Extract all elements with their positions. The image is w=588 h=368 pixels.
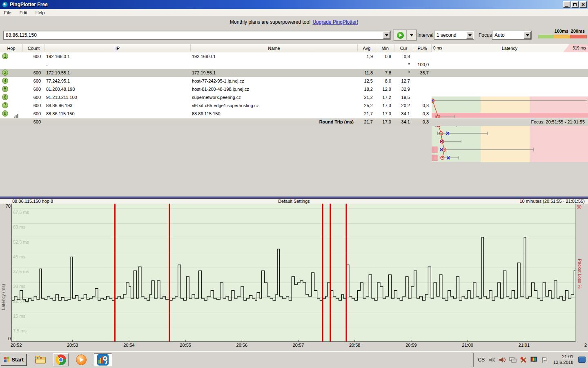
trace-row-hop-1[interactable]: 1600192.168.0.1192.168.0.11,90,80,8	[0, 52, 588, 61]
taskbar-windows-explorer[interactable]	[33, 353, 48, 366]
timeline-settings: Default Settings	[0, 199, 588, 204]
col-pl[interactable]: PL%	[413, 44, 432, 52]
trace-row-hop-missing-2[interactable]: -*100,0	[0, 61, 588, 69]
start-trace-button[interactable]	[394, 30, 407, 40]
min-cell: 17,0	[376, 110, 394, 118]
flag-icon[interactable]	[541, 357, 548, 363]
hop-badge: 3	[2, 70, 8, 76]
svg-text:67,5 ms: 67,5 ms	[13, 210, 29, 215]
cur-cell: *	[394, 69, 413, 77]
col-name[interactable]: Name	[191, 44, 358, 52]
hop-badge: 4	[2, 78, 8, 84]
tray-date: 13.6.2018	[553, 360, 573, 366]
network-icon[interactable]	[509, 357, 517, 363]
show-desktop-icon[interactable]	[578, 357, 586, 363]
latency-time-series[interactable]: 7,5 ms15 ms22,5 ms30 ms37,5 ms45 ms52,5 …	[11, 204, 576, 342]
start-button[interactable]: Start	[1, 354, 27, 366]
legend-zone-0	[538, 35, 554, 38]
timeline-header: 88.86.115.150 hop 8 Default Settings 10 …	[0, 199, 588, 204]
system-tray: CS	[473, 353, 588, 367]
target-address-combo[interactable]: 88.86.115.150	[3, 31, 391, 40]
ip-cell: -	[45, 61, 191, 69]
svg-text:45 ms: 45 ms	[13, 254, 25, 259]
windows-logo-icon	[4, 357, 10, 362]
count-cell: 600	[23, 52, 45, 61]
hop-badge: 6	[2, 94, 8, 100]
trace-row-hop-4[interactable]: 460077.242.95.1host-77-242-95-1.ip.nej.c…	[0, 77, 588, 85]
col-hop[interactable]: Hop	[0, 44, 23, 52]
svg-text:7,5 ms: 7,5 ms	[13, 328, 27, 333]
interval-select[interactable]: 1 second	[434, 31, 474, 40]
col-avg[interactable]: Avg	[358, 44, 376, 52]
volume-icon[interactable]	[489, 357, 496, 363]
trace-row-hop-5[interactable]: 560081.200.48.198host-81-200-48-198.ip.n…	[0, 85, 588, 93]
tray-clock[interactable]: 21:01 13.6.2018	[553, 354, 573, 366]
min-cell: 7,8	[376, 69, 394, 77]
cur-cell: 19,5	[394, 93, 413, 101]
hop-latency-graph[interactable]	[432, 96, 588, 162]
focus-select[interactable]: Auto	[492, 31, 532, 40]
col-latency[interactable]: Latency 0 ms 319 ms	[432, 44, 588, 52]
svg-text:30 ms: 30 ms	[13, 284, 25, 289]
col-count[interactable]: Count	[23, 44, 45, 52]
display-icon[interactable]	[530, 357, 538, 363]
menu-item-edit[interactable]: Edit	[16, 9, 31, 16]
timeline-plot-area: 70 0 Latency (ms) 30 Packet Loss % 7,5 m…	[0, 204, 588, 342]
interval-dropdown-arrow[interactable]	[466, 31, 473, 39]
folder-icon	[35, 356, 46, 364]
target-dropdown-arrow[interactable]	[383, 31, 390, 39]
focus-dropdown-arrow[interactable]	[524, 31, 531, 39]
close-button[interactable]: ✕	[579, 1, 587, 8]
time-label: 20:59	[405, 343, 417, 348]
trace-options-dropdown[interactable]	[407, 30, 416, 40]
volume-alt-icon[interactable]	[499, 357, 506, 363]
col-min[interactable]: Min	[376, 44, 394, 52]
col-cur[interactable]: Cur	[394, 44, 413, 52]
menu-item-file[interactable]: File	[0, 9, 16, 16]
taskbar-chrome[interactable]	[53, 353, 69, 366]
pingplotter-tray-icon[interactable]	[520, 357, 527, 363]
menu-item-help[interactable]: Help	[31, 9, 49, 16]
time-label: 20:54	[123, 343, 135, 348]
trace-table: Hop Count IP Name Avg Min Cur PL% Latenc…	[0, 44, 588, 126]
hop-cell: 4	[0, 77, 23, 85]
ip-cell: 88.86.96.193	[45, 101, 191, 110]
legend-zone-1	[554, 35, 570, 38]
upgrade-link[interactable]: Upgrade PingPlotter!	[313, 19, 358, 25]
cur-cell: 20,2	[394, 101, 413, 110]
hop-cell: 1	[0, 52, 23, 61]
legend-zone-2	[570, 35, 587, 38]
time-label: 20:56	[236, 343, 248, 348]
hop-badge: 8	[2, 110, 8, 117]
ip-cell: 91.213.211.100	[45, 93, 191, 101]
taskbar-media-player[interactable]	[74, 353, 89, 366]
latency-cell	[432, 61, 588, 69]
timeline-range: 10 minutes (20:51:55 - 21:01:55)	[519, 199, 585, 204]
target-address-value[interactable]: 88.86.115.150	[4, 32, 383, 38]
col-ip[interactable]: IP	[45, 44, 191, 52]
avg-cell	[358, 61, 376, 69]
latency-cell	[432, 69, 588, 77]
language-indicator[interactable]: CS	[478, 357, 485, 363]
name-cell: 172.19.55.1	[191, 69, 358, 77]
avg-cell: 12,5	[358, 77, 376, 85]
y-axis-label: Latency (ms)	[1, 261, 6, 310]
pingplotter-window: PingPlotter Free ✕ FileEditHelp Monthly …	[0, 0, 588, 368]
minimize-button[interactable]	[563, 1, 570, 8]
pl-cell	[413, 77, 432, 85]
taskbar: Start CS	[0, 351, 588, 368]
avg-cell: 25,2	[358, 101, 376, 110]
trace-row-hop-3[interactable]: 3600172.19.55.1172.19.55.111,87,8*35,7	[0, 69, 588, 77]
time-label: 20:53	[67, 343, 78, 348]
taskbar-pingplotter-active[interactable]	[94, 353, 112, 366]
upgrade-banner: Monthly plans are superpowered too! Upgr…	[0, 17, 588, 27]
time-label: 20:57	[293, 343, 304, 348]
pl-cell	[413, 85, 432, 93]
round-trip-row: 600 Round Trip (ms) 21,7 17,0 34,1 0,8 F…	[0, 118, 588, 126]
time-label: 21:01	[519, 343, 530, 348]
count-cell: 600	[23, 85, 45, 93]
focus-range: Focus: 20:51:55 - 21:01:55	[432, 118, 588, 126]
svg-text:37,5 ms: 37,5 ms	[13, 269, 29, 274]
restore-button[interactable]	[571, 1, 579, 8]
hop-cell: 5	[0, 85, 23, 93]
